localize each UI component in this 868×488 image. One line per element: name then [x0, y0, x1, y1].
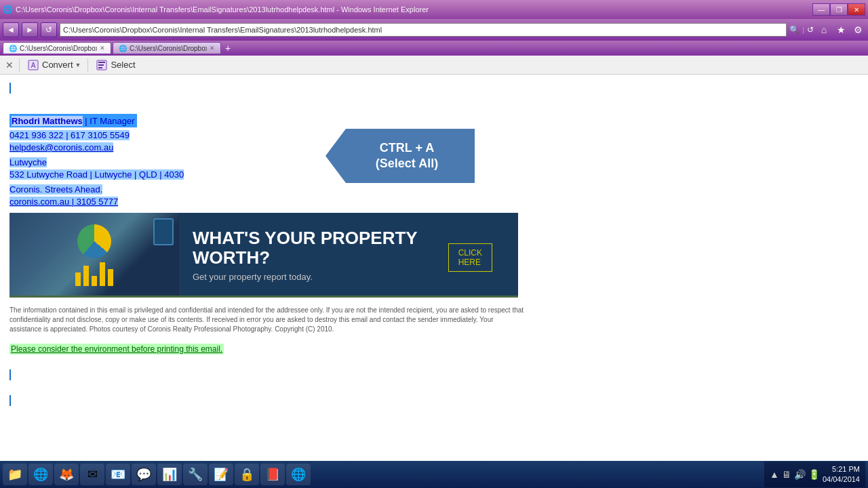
taskbar-item-firefox[interactable]: 🦊	[54, 464, 79, 485]
arrow-tooltip: CTRL + A (Select All)	[326, 129, 475, 183]
sig-brand: Coronis. Streets Ahead.	[9, 184, 102, 195]
cursor-line-2	[9, 368, 859, 380]
convert-icon: A	[26, 59, 40, 71]
tray-arrow-icon[interactable]: ▲	[770, 469, 779, 480]
svg-rect-5	[98, 67, 102, 68]
taskbar-items: 📁 🌐 🦊 ✉ 📧 💬 📊 🔧 📝 🔒 📕	[3, 464, 764, 485]
app2-icon: 🔧	[188, 467, 203, 482]
text-cursor-3	[9, 395, 11, 406]
tab-1-label: C:\Users\Coronis\Dropbox\C...	[20, 45, 97, 52]
taskbar-item-mail[interactable]: ✉	[80, 464, 104, 485]
svg-rect-3	[98, 62, 105, 63]
sig-website-line: coronis.com.au | 3105 5777	[9, 195, 859, 207]
arrow-shape: CTRL + A (Select All)	[326, 129, 475, 183]
address-input[interactable]	[60, 23, 787, 37]
firefox-icon: 🦊	[59, 467, 74, 482]
address-separator: |	[802, 26, 804, 34]
tray-clock[interactable]: 5:21 PM 04/04/2014	[823, 464, 860, 485]
app5-icon: 📕	[265, 467, 280, 482]
banner-bar-chart	[75, 262, 114, 286]
app1-icon: 📊	[162, 467, 177, 482]
sig-address: 532 Lutwyche Road | Lutwyche | QLD | 403…	[9, 169, 184, 180]
banner-bottom-line	[9, 296, 518, 298]
tab-bar: 🌐 C:\Users\Coronis\Dropbox\C... ✕ 🌐 C:\U…	[0, 41, 868, 56]
ie-taskbar-icon: 🌐	[291, 467, 306, 482]
close-button[interactable]: ✕	[848, 3, 865, 16]
sig-name: Rhodri Matthews	[12, 116, 85, 126]
home-icon[interactable]: ⌂	[816, 22, 831, 37]
taskbar-item-chrome[interactable]: 🌐	[28, 464, 53, 485]
taskbar-item-app2[interactable]: 🔧	[183, 464, 208, 485]
ie-logo: 🌐	[3, 5, 13, 14]
bar-3	[92, 276, 97, 286]
titlebar: 🌐 C:\Users\Coronis\Dropbox\Coronis\Inter…	[0, 0, 868, 19]
disclaimer-text: The information contained in this email …	[9, 306, 524, 333]
toolbar: ✕ A Convert ▼ Select	[0, 56, 868, 75]
bar-2	[83, 266, 89, 286]
sig-title: | IT Manager	[85, 116, 134, 126]
new-tab-button[interactable]: +	[222, 43, 233, 54]
tray-time-value: 5:21 PM	[823, 464, 860, 474]
addressbar: ◄ ► ↺ 🔍 | ↺ ⌂ ★ ⚙	[0, 19, 868, 41]
taskbar-item-app5[interactable]: 📕	[260, 464, 285, 485]
convert-button[interactable]: A Convert ▼	[24, 58, 83, 73]
taskbar-item-messenger[interactable]: 💬	[132, 464, 156, 485]
titlebar-left: 🌐 C:\Users\Coronis\Dropbox\Coronis\Inter…	[3, 5, 429, 14]
forward-button[interactable]: ►	[22, 22, 38, 37]
taskbar-item-app3[interactable]: 📝	[209, 464, 233, 485]
taskbar: 📁 🌐 🦊 ✉ 📧 💬 📊 🔧 📝 🔒 📕	[0, 461, 868, 488]
taskbar-item-app4[interactable]: 🔒	[235, 464, 259, 485]
refresh-button[interactable]: ↺	[41, 22, 57, 37]
sig-phone: 0421 936 322 | 617 3105 5549	[9, 130, 130, 140]
taskbar-item-file-explorer[interactable]: 📁	[3, 464, 27, 485]
name-selected: Rhodri Matthews | IT Manager	[9, 114, 137, 127]
tab-1[interactable]: 🌐 C:\Users\Coronis\Dropbox\C... ✕	[3, 42, 111, 54]
tab-2-favicon: 🌐	[119, 45, 127, 52]
banner-subtitle: Get your property report today.	[193, 272, 505, 282]
tray-speaker-icon[interactable]: 🔊	[794, 469, 806, 480]
select-button[interactable]: Select	[92, 58, 138, 73]
tablet-icon	[153, 218, 174, 245]
bar-1	[75, 272, 81, 286]
toolbar-divider-2	[87, 58, 88, 72]
tab-2-label: C:\Users\Coronis\Dropbox\...	[130, 45, 207, 52]
select-icon	[95, 59, 108, 71]
favorites-icon[interactable]: ★	[833, 22, 848, 37]
refresh-icon[interactable]: ↺	[807, 25, 814, 35]
tab-2-close[interactable]: ✕	[210, 45, 215, 52]
search-button[interactable]: 🔍	[789, 25, 800, 35]
tray-network-icon[interactable]: 🖥	[782, 469, 791, 480]
convert-dropdown-icon[interactable]: ▼	[75, 62, 81, 68]
tray-date-value: 04/04/2014	[823, 474, 860, 485]
sig-website: coronis.com.au | 3105 5777	[9, 197, 118, 207]
file-explorer-icon: 📁	[7, 467, 22, 482]
logo-area	[9, 95, 859, 114]
tab-2[interactable]: 🌐 C:\Users\Coronis\Dropbox\... ✕	[113, 42, 221, 54]
window-title: C:\Users\Coronis\Dropbox\Coronis\Interna…	[16, 5, 429, 14]
taskbar-item-ie[interactable]: 🌐	[286, 464, 311, 485]
mail-icon: ✉	[87, 467, 98, 482]
restore-button[interactable]: ❐	[830, 3, 848, 16]
bar-4	[100, 262, 105, 286]
banner-cta-button[interactable]: CLICK HERE	[448, 243, 492, 272]
tools-icon[interactable]: ⚙	[850, 22, 865, 37]
env-line: Please consider the environment before p…	[9, 338, 859, 354]
banner-pie-chart	[77, 224, 111, 258]
env-text[interactable]: Please consider the environment before p…	[9, 344, 224, 354]
app3-icon: 📝	[214, 467, 229, 482]
text-cursor-2	[9, 369, 11, 380]
minimize-button[interactable]: —	[812, 3, 830, 16]
disclaimer: The information contained in this email …	[9, 306, 525, 334]
cursor-line-1	[9, 81, 859, 94]
outlook-icon: 📧	[111, 467, 125, 482]
tab-1-close[interactable]: ✕	[100, 45, 105, 52]
taskbar-item-app1[interactable]: 📊	[157, 464, 182, 485]
convert-label: Convert	[42, 60, 73, 70]
chrome-icon: 🌐	[33, 467, 48, 482]
back-button[interactable]: ◄	[3, 22, 19, 37]
window-controls: — ❐ ✕	[812, 3, 865, 16]
taskbar-item-outlook[interactable]: 📧	[106, 464, 130, 485]
toolbar-close-button[interactable]: ✕	[4, 60, 15, 70]
tray-battery-icon[interactable]: 🔋	[808, 469, 820, 480]
content-area: Rhodri Matthews | IT Manager 0421 936 32…	[0, 75, 868, 474]
